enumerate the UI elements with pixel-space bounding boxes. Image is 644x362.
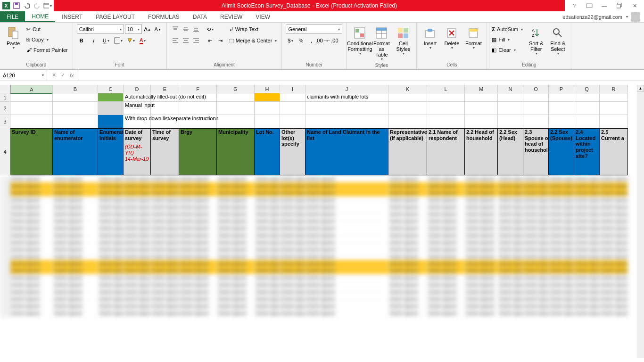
row-header[interactable]: 3 bbox=[0, 115, 10, 128]
cell[interactable] bbox=[98, 93, 124, 102]
align-right-icon[interactable] bbox=[191, 36, 201, 45]
font-name-select[interactable]: Calibri▾ bbox=[77, 25, 124, 34]
cell[interactable] bbox=[574, 102, 600, 115]
cell[interactable]: Lot No. bbox=[255, 128, 280, 175]
name-box[interactable]: A120▾ bbox=[0, 70, 47, 81]
insert-button[interactable]: Insert▾ bbox=[421, 25, 439, 50]
cell[interactable] bbox=[388, 93, 427, 102]
tab-insert[interactable]: INSERT bbox=[55, 11, 89, 22]
user-avatar[interactable] bbox=[631, 12, 640, 22]
cell[interactable] bbox=[549, 102, 574, 115]
indent-decrease-icon[interactable]: ⇤ bbox=[206, 36, 215, 45]
cut-button[interactable]: ✂Cut bbox=[25, 25, 69, 34]
cell[interactable] bbox=[255, 93, 280, 102]
cell[interactable] bbox=[427, 93, 465, 102]
border-button[interactable]: ▾ bbox=[114, 36, 123, 45]
cell[interactable] bbox=[280, 115, 305, 128]
delete-button[interactable]: Delete▾ bbox=[442, 25, 461, 50]
cell[interactable]: Survey ID bbox=[10, 128, 53, 175]
shrink-font-icon[interactable]: A▼ bbox=[153, 25, 163, 34]
cell[interactable]: Municipality bbox=[217, 128, 255, 175]
cell[interactable] bbox=[600, 102, 628, 115]
col-header-A[interactable]: A bbox=[10, 85, 53, 94]
col-header-H[interactable]: H bbox=[255, 85, 280, 93]
underline-button[interactable]: U▾ bbox=[101, 36, 111, 45]
help-icon[interactable]: ? bbox=[569, 0, 580, 11]
undo-icon[interactable] bbox=[23, 1, 31, 10]
col-header-J[interactable]: J bbox=[305, 85, 388, 93]
row-header[interactable]: 2 bbox=[0, 102, 10, 115]
fill-button[interactable]: ▦Fill▾ bbox=[491, 35, 524, 44]
cell[interactable]: Representative (if applicable) bbox=[388, 128, 427, 175]
cell[interactable] bbox=[179, 102, 217, 115]
cell[interactable] bbox=[523, 93, 549, 102]
cell[interactable] bbox=[427, 102, 465, 115]
cell[interactable] bbox=[498, 93, 523, 102]
clear-button[interactable]: ◧Clear▾ bbox=[491, 45, 524, 55]
cell[interactable] bbox=[255, 102, 280, 115]
cell[interactable] bbox=[53, 102, 98, 115]
col-header-L[interactable]: L bbox=[427, 85, 465, 93]
grow-font-icon[interactable]: A▲ bbox=[143, 25, 152, 34]
col-header-F[interactable]: F bbox=[179, 85, 217, 93]
cell[interactable] bbox=[388, 102, 427, 115]
vertical-scrollbar[interactable]: ▲ bbox=[637, 85, 644, 358]
cell[interactable] bbox=[549, 93, 574, 102]
cell[interactable] bbox=[179, 115, 217, 128]
cell[interactable] bbox=[10, 115, 53, 128]
cell[interactable] bbox=[305, 115, 388, 128]
cell[interactable] bbox=[280, 102, 305, 115]
cell[interactable] bbox=[600, 115, 628, 128]
cell[interactable]: Time of survey bbox=[151, 128, 179, 175]
cell[interactable] bbox=[305, 102, 388, 115]
qat-customize-icon[interactable]: ▾ bbox=[43, 1, 52, 10]
cell[interactable] bbox=[53, 115, 98, 128]
cell[interactable]: Other lot(s) specify bbox=[280, 128, 305, 175]
cell[interactable]: 2.2 Sex (Head) bbox=[498, 128, 523, 175]
col-header-M[interactable]: M bbox=[465, 85, 498, 93]
cell[interactable] bbox=[427, 115, 465, 128]
cell[interactable] bbox=[574, 115, 600, 128]
cell[interactable] bbox=[217, 93, 255, 102]
select-all-corner[interactable] bbox=[0, 85, 10, 93]
ribbon-display-icon[interactable] bbox=[584, 0, 595, 11]
tab-formulas[interactable]: FORMULAS bbox=[141, 11, 186, 22]
fill-color-button[interactable]: ▾ bbox=[126, 36, 135, 45]
cell[interactable]: 2.2 Sex (Spouse) bbox=[549, 128, 574, 175]
cell[interactable]: 2.1 Name of respondent bbox=[427, 128, 465, 175]
cell[interactable]: 2.3 Spouse of head of household bbox=[523, 128, 549, 175]
user-email[interactable]: edsatienza22@gmail.com bbox=[562, 14, 622, 20]
fx-icon[interactable]: fx bbox=[70, 73, 74, 78]
wrap-text-button[interactable]: ↲Wrap Text bbox=[228, 25, 278, 34]
cell[interactable] bbox=[465, 93, 498, 102]
tab-file[interactable]: FILE bbox=[0, 11, 25, 22]
format-as-table-button[interactable]: Format as Table▾ bbox=[372, 25, 391, 62]
minimize-icon[interactable]: — bbox=[599, 0, 610, 11]
percent-icon[interactable]: % bbox=[296, 36, 305, 45]
cell[interactable]: Enumerator initials bbox=[98, 128, 124, 175]
decrease-decimal-icon[interactable]: ←.00 bbox=[327, 36, 337, 45]
enter-icon[interactable]: ✓ bbox=[61, 72, 65, 78]
orientation-icon[interactable]: ⟲▾ bbox=[206, 25, 215, 34]
cell[interactable] bbox=[523, 102, 549, 115]
cell[interactable]: Automatically filled-out (do not edit) bbox=[124, 93, 151, 102]
cell[interactable] bbox=[10, 102, 53, 115]
redo-icon[interactable] bbox=[33, 1, 41, 10]
cell[interactable] bbox=[498, 102, 523, 115]
cell[interactable] bbox=[600, 93, 628, 102]
worksheet[interactable]: ABCDEFGHIJKLMNOPQR 1Automatically filled… bbox=[0, 85, 644, 358]
cell[interactable] bbox=[280, 93, 305, 102]
cell[interactable]: Date of survey(DD-M-YR)14-Mar-19 bbox=[124, 128, 151, 175]
col-header-C[interactable]: C bbox=[98, 85, 124, 93]
col-header-D[interactable]: D bbox=[124, 85, 151, 93]
font-size-select[interactable]: 10▾ bbox=[125, 25, 142, 34]
tab-data[interactable]: DATA bbox=[186, 11, 214, 22]
cell[interactable] bbox=[498, 115, 523, 128]
cell[interactable]: Brgy bbox=[179, 128, 217, 175]
indent-increase-icon[interactable]: ⇥ bbox=[216, 36, 225, 45]
merge-center-button[interactable]: ⬚Merge & Center▾ bbox=[228, 36, 278, 45]
align-top-icon[interactable] bbox=[171, 25, 180, 34]
cell[interactable]: claimants with multiple lots bbox=[305, 93, 388, 102]
align-bottom-icon[interactable] bbox=[191, 25, 201, 34]
cell[interactable] bbox=[217, 102, 255, 115]
